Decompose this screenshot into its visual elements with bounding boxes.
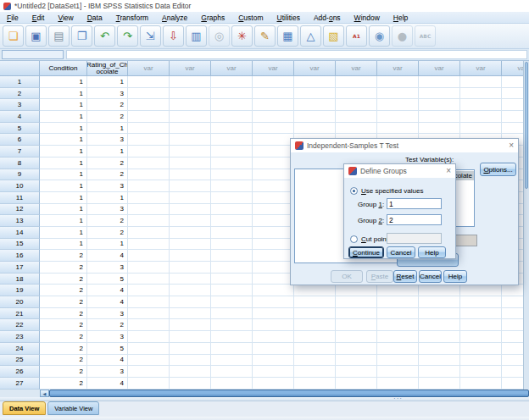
spell-check-icon[interactable]: ABC [415, 25, 436, 47]
data-cell[interactable]: 1 [40, 180, 87, 192]
column-header-var[interactable]: var [336, 61, 377, 76]
data-cell[interactable]: 2 [87, 111, 128, 123]
data-cell[interactable] [211, 88, 253, 100]
row-number[interactable]: 21 [0, 308, 40, 320]
scroll-left-icon[interactable]: ◀ [40, 390, 49, 397]
data-cell[interactable] [460, 355, 502, 367]
data-cell[interactable]: 3 [87, 180, 128, 192]
data-cell[interactable]: 1 [40, 169, 87, 181]
data-cell[interactable] [128, 76, 170, 88]
data-cell[interactable] [294, 76, 336, 88]
help-button[interactable]: Help [418, 246, 446, 258]
data-cell[interactable] [253, 378, 294, 390]
data-cell[interactable] [419, 99, 460, 111]
data-cell[interactable] [211, 123, 253, 135]
data-cell[interactable] [294, 355, 336, 367]
undo-icon[interactable]: ↶ [94, 25, 115, 47]
column-header-var[interactable]: var [170, 61, 211, 76]
data-cell[interactable] [170, 146, 211, 158]
data-cell[interactable] [294, 308, 336, 320]
data-cell[interactable] [377, 319, 419, 331]
help-button[interactable]: Help [443, 270, 467, 283]
data-cell[interactable] [294, 296, 336, 308]
cancel-button[interactable]: Cancel [387, 246, 415, 258]
data-cell[interactable] [211, 319, 253, 331]
data-cell[interactable] [211, 180, 253, 192]
data-cell[interactable]: 1 [40, 134, 87, 146]
data-cell[interactable] [170, 99, 211, 111]
data-cell[interactable] [377, 99, 419, 111]
options-button[interactable]: Options... [480, 163, 516, 176]
data-cell[interactable] [377, 123, 419, 135]
data-cell[interactable]: 1 [87, 239, 128, 251]
column-header-var[interactable]: var [419, 61, 460, 76]
data-cell[interactable] [128, 343, 170, 355]
data-cell[interactable]: 5 [87, 343, 128, 355]
data-cell[interactable]: 2 [87, 215, 128, 227]
data-cell[interactable]: 1 [40, 88, 87, 100]
data-cell[interactable] [128, 308, 170, 320]
data-cell[interactable] [128, 319, 170, 331]
data-cell[interactable] [336, 319, 377, 331]
row-number[interactable]: 8 [0, 158, 40, 169]
menu-graphs[interactable]: Graphs [194, 14, 231, 22]
data-cell[interactable] [211, 76, 253, 88]
data-cell[interactable] [253, 285, 294, 296]
data-cell[interactable] [419, 123, 460, 135]
show-all-variables-icon[interactable]: ● [392, 25, 413, 47]
data-cell[interactable] [336, 366, 377, 378]
data-cell[interactable]: 1 [40, 227, 87, 239]
define-groups-title-bar[interactable]: Define Groups × [344, 164, 455, 178]
row-number[interactable]: 9 [0, 169, 40, 181]
data-cell[interactable]: 2 [40, 343, 87, 355]
data-cell[interactable]: 1 [40, 215, 87, 227]
data-cell[interactable] [294, 88, 336, 100]
data-cell[interactable] [253, 204, 294, 216]
data-cell[interactable] [128, 134, 170, 146]
data-cell[interactable] [170, 76, 211, 88]
row-number[interactable]: 27 [0, 378, 40, 390]
group1-input[interactable] [387, 198, 442, 209]
data-cell[interactable] [128, 285, 170, 296]
column-header-var[interactable]: var [253, 61, 294, 76]
select-cases-icon[interactable]: ▧ [323, 25, 344, 47]
data-cell[interactable] [170, 285, 211, 296]
data-cell[interactable] [128, 180, 170, 192]
data-cell[interactable] [419, 296, 460, 308]
data-cell[interactable] [460, 296, 502, 308]
data-cell[interactable] [336, 308, 377, 320]
data-cell[interactable] [377, 378, 419, 390]
data-cell[interactable] [460, 88, 502, 100]
data-cell[interactable] [253, 274, 294, 285]
data-cell[interactable] [460, 123, 502, 135]
data-cell[interactable] [419, 366, 460, 378]
data-cell[interactable] [419, 88, 460, 100]
row-number[interactable]: 3 [0, 99, 40, 111]
menu-data[interactable]: Data [81, 14, 109, 22]
data-cell[interactable] [253, 99, 294, 111]
column-header-rating_of_ch[interactable]: Rating_of_Ch ocolate [87, 61, 128, 76]
data-cell[interactable]: 3 [87, 366, 128, 378]
row-number[interactable]: 17 [0, 262, 40, 274]
data-cell[interactable] [170, 343, 211, 355]
data-cell[interactable]: 1 [40, 146, 87, 158]
data-cell[interactable] [128, 146, 170, 158]
data-cell[interactable] [253, 146, 294, 158]
go-to-case-icon[interactable]: ⇲ [140, 25, 161, 47]
group2-input[interactable] [387, 214, 442, 225]
data-cell[interactable] [294, 366, 336, 378]
column-header-var[interactable]: var [211, 61, 253, 76]
data-cell[interactable] [336, 331, 377, 343]
data-cell[interactable] [170, 215, 211, 227]
data-cell[interactable] [128, 158, 170, 169]
column-header-condition[interactable]: Condition [40, 61, 87, 76]
reset-button[interactable]: Reset [393, 270, 417, 283]
split-file-icon[interactable]: ▦ [277, 25, 298, 47]
data-cell[interactable] [253, 158, 294, 169]
data-cell[interactable]: 1 [40, 76, 87, 88]
data-cell[interactable]: 4 [87, 296, 128, 308]
data-cell[interactable] [211, 99, 253, 111]
data-cell[interactable] [377, 343, 419, 355]
data-cell[interactable] [211, 192, 253, 204]
data-cell[interactable] [128, 192, 170, 204]
